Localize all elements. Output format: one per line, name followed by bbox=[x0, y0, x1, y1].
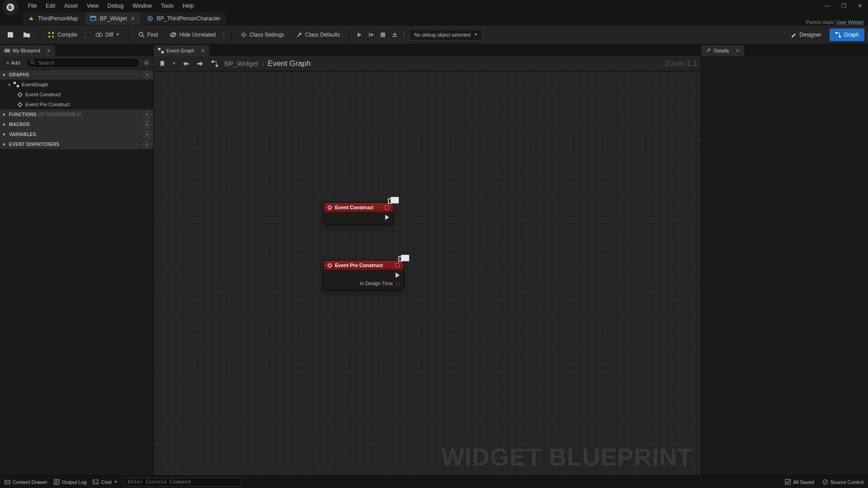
source-control-button[interactable]: Source Control bbox=[822, 479, 863, 485]
node-title: Event Construct bbox=[335, 205, 373, 210]
content-drawer-button[interactable]: Content Drawer bbox=[5, 479, 47, 485]
exec-out-pin[interactable] bbox=[385, 215, 389, 220]
graph-canvas[interactable]: Event Construct Event Pre Construct bbox=[154, 71, 701, 475]
class-defaults-button[interactable]: Class Defaults bbox=[292, 28, 344, 42]
play-button[interactable] bbox=[354, 29, 365, 40]
menu-view[interactable]: View bbox=[82, 1, 103, 11]
diff-label: Diff bbox=[105, 32, 113, 38]
close-icon[interactable]: ✕ bbox=[736, 48, 740, 54]
menu-edit[interactable]: Edit bbox=[41, 1, 60, 11]
diff-button[interactable]: Diff ▼ bbox=[91, 28, 124, 42]
designer-mode-button[interactable]: Designer bbox=[785, 28, 827, 41]
step-button[interactable] bbox=[366, 29, 377, 40]
add-dispatcher-button[interactable]: + bbox=[143, 141, 151, 148]
category-functions[interactable]: ▾ FUNCTIONS (37 OVERRIDABLE) + bbox=[0, 109, 153, 119]
category-event-dispatchers[interactable]: ▾ EVENT DISPATCHERS + bbox=[0, 139, 153, 149]
menu-tools[interactable]: Tools bbox=[156, 1, 178, 11]
chevron-down-icon: ▼ bbox=[116, 33, 120, 37]
close-icon[interactable]: ✕ bbox=[131, 15, 135, 22]
nav-back-button[interactable] bbox=[181, 59, 191, 69]
tree-item-eventgraph[interactable]: ▾ EventGraph bbox=[0, 80, 153, 89]
category-graphs[interactable]: ▾ GRAPHS + bbox=[0, 70, 153, 80]
save-button[interactable] bbox=[4, 28, 17, 42]
add-macro-button[interactable]: + bbox=[143, 121, 151, 128]
nav-forward-button[interactable] bbox=[195, 59, 205, 69]
delegate-pin[interactable] bbox=[395, 263, 400, 267]
output-log-button[interactable]: Output Log bbox=[54, 479, 86, 485]
category-label: GRAPHS bbox=[9, 72, 29, 77]
hide-unrelated-button[interactable]: Hide Unrelated bbox=[165, 28, 220, 42]
console-command-input[interactable] bbox=[124, 478, 241, 487]
node-event-pre-construct[interactable]: Event Pre Construct Is Design Time bbox=[323, 260, 404, 290]
tab-bpthirdpersoncharacter[interactable]: BP_ThirdPersonCharacter bbox=[142, 12, 226, 25]
panel-tabbar: My Blueprint ✕ bbox=[0, 44, 153, 56]
zoom-indicator: Zoom 1:1 bbox=[665, 59, 697, 68]
node-event-construct[interactable]: Event Construct bbox=[323, 202, 393, 224]
bookmark-dropdown[interactable]: ▼ bbox=[172, 59, 176, 69]
play-options-button[interactable]: ⋮ bbox=[401, 29, 406, 40]
find-button[interactable]: Find bbox=[134, 28, 162, 42]
hide-unrelated-dropdown[interactable]: ⋮ bbox=[221, 32, 226, 38]
svg-rect-7 bbox=[48, 36, 50, 38]
menu-asset[interactable]: Asset bbox=[60, 1, 82, 11]
tab-label: BP_ThirdPersonCharacter bbox=[157, 15, 221, 22]
node-header[interactable]: Event Construct bbox=[324, 203, 393, 212]
event-graph-tab[interactable]: Event Graph ✕ bbox=[154, 45, 209, 56]
browse-button[interactable] bbox=[20, 28, 33, 42]
add-graph-button[interactable]: + bbox=[143, 71, 151, 78]
stop-button[interactable] bbox=[377, 29, 388, 40]
terminal-icon bbox=[93, 479, 99, 485]
tree-item-event-construct[interactable]: Event Construct bbox=[0, 89, 153, 99]
bookmark-button[interactable] bbox=[157, 59, 167, 69]
delegate-pin[interactable] bbox=[385, 205, 389, 210]
chevron-down-icon: ▼ bbox=[114, 480, 118, 484]
minimize-button[interactable]: — bbox=[819, 1, 835, 11]
chevron-right-icon: ▾ bbox=[3, 142, 7, 147]
tab-thirdpersonmap[interactable]: ThirdPersonMap bbox=[23, 12, 84, 25]
class-settings-button[interactable]: Class Settings bbox=[236, 28, 289, 42]
breadcrumb-parent[interactable]: BP_Widget bbox=[224, 60, 258, 67]
close-button[interactable]: ✕ bbox=[852, 1, 868, 11]
graph-mode-button[interactable]: Graph bbox=[830, 28, 864, 41]
add-variable-button[interactable]: + bbox=[143, 131, 151, 138]
save-status[interactable]: All Saved bbox=[785, 479, 814, 485]
search-icon bbox=[138, 32, 145, 38]
close-icon[interactable]: ✕ bbox=[201, 48, 205, 54]
parent-class-link[interactable]: User Widget bbox=[836, 19, 863, 25]
find-label: Find bbox=[147, 32, 158, 38]
wrench-icon bbox=[296, 32, 302, 38]
close-icon[interactable]: ✕ bbox=[47, 48, 51, 54]
compile-button[interactable]: Compile bbox=[43, 28, 82, 42]
maximize-button[interactable]: ❐ bbox=[835, 1, 852, 11]
bool-out-pin[interactable] bbox=[396, 282, 400, 286]
menu-help[interactable]: Help bbox=[178, 1, 198, 11]
tree-item-event-pre-construct[interactable]: Event Pre Construct bbox=[0, 99, 153, 109]
debug-object-selector[interactable]: No debug object selected ▼ bbox=[409, 29, 482, 41]
cmd-selector[interactable]: Cmd ▼ bbox=[93, 479, 117, 485]
add-button[interactable]: + Add bbox=[3, 59, 24, 67]
category-macros[interactable]: ▾ MACROS + bbox=[0, 119, 153, 129]
my-blueprint-tab[interactable]: My Blueprint ✕ bbox=[0, 45, 55, 56]
svg-rect-6 bbox=[52, 32, 54, 34]
svg-rect-21 bbox=[14, 82, 16, 84]
window-controls: — ❐ ✕ bbox=[819, 1, 868, 11]
category-label: EVENT DISPATCHERS bbox=[9, 142, 59, 147]
settings-button[interactable] bbox=[142, 59, 151, 67]
svg-rect-22 bbox=[17, 85, 19, 87]
menu-window[interactable]: Window bbox=[128, 1, 156, 11]
tab-bpwidget[interactable]: BP_Widget ✕ bbox=[85, 12, 141, 25]
compile-dropdown[interactable]: ⋮ bbox=[83, 32, 88, 38]
chevron-right-icon: ▾ bbox=[3, 132, 7, 137]
editor-mode-switch: Designer Graph bbox=[785, 28, 864, 41]
menu-debug[interactable]: Debug bbox=[103, 1, 128, 11]
eject-button[interactable] bbox=[389, 29, 400, 40]
menu-file[interactable]: File bbox=[24, 1, 41, 11]
add-function-button[interactable]: + bbox=[143, 111, 151, 118]
search-input[interactable] bbox=[26, 58, 140, 68]
details-tab[interactable]: Details ✕ bbox=[701, 45, 744, 56]
node-header[interactable]: Event Pre Construct bbox=[324, 261, 403, 270]
gear-icon bbox=[241, 32, 247, 38]
exec-out-pin[interactable] bbox=[396, 272, 400, 278]
main-content: My Blueprint ✕ + Add ▾ GRAPHS + ▾ bbox=[0, 44, 868, 475]
category-variables[interactable]: ▾ VARIABLES + bbox=[0, 129, 153, 139]
